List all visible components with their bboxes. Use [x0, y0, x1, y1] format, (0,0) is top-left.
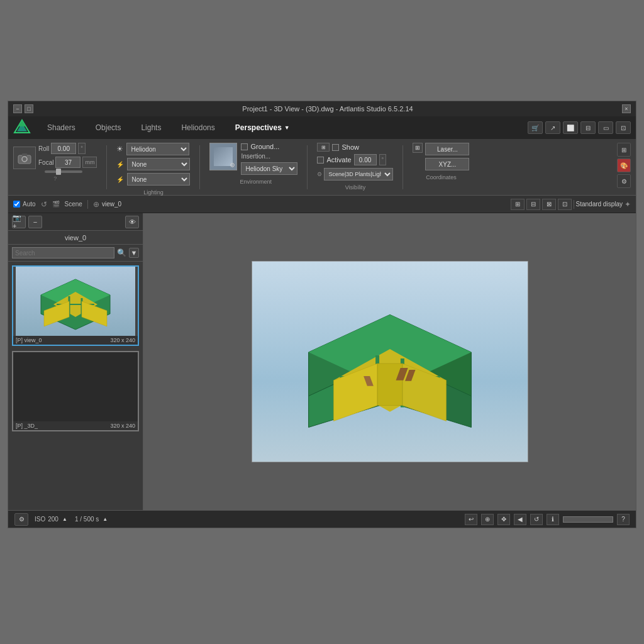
camera-group: Roll ° Focal mm ?	[13, 143, 97, 182]
thumb-3d[interactable]: [P] _3D_ 320 x 240	[12, 351, 139, 431]
thumbnail-list: [P] view_0 320 x 240 [P] _3D_ 320 x 240	[8, 262, 143, 435]
light1-dropdown[interactable]: None	[127, 158, 190, 170]
sep3	[307, 145, 308, 189]
xyz-btn[interactable]: XYZ...	[425, 158, 469, 170]
close-button[interactable]: ×	[622, 104, 631, 113]
grid-icon-btn[interactable]: ⊞	[617, 143, 631, 157]
activate-value[interactable]	[354, 154, 377, 165]
display-icon[interactable]: ✦	[625, 200, 631, 209]
ground-row: Ground...	[241, 143, 297, 150]
view-icon1[interactable]: ⊞	[511, 199, 525, 210]
view1-icon-btn[interactable]: ⬜	[563, 121, 578, 134]
status-bar: ⚙ ISO 200 ▲ 1 / 500 s ▲ ↩ ⊕ ✥ ◀ ↺ ℹ ?	[8, 510, 636, 528]
render-frame	[252, 261, 528, 462]
view-icon3[interactable]: ⊠	[542, 199, 556, 210]
render-svg	[252, 261, 528, 462]
exposure-up-btn[interactable]: ▲	[101, 516, 109, 523]
focal-input[interactable]	[55, 157, 80, 168]
roll-row: Roll °	[38, 143, 97, 154]
window-title: Project1 - 3D View - (3D).dwg - Artlanti…	[33, 105, 622, 113]
heliodon-dropdown[interactable]: Heliodon	[126, 143, 189, 155]
activate-checkbox[interactable]	[317, 157, 324, 164]
thumb-img-3d	[13, 352, 138, 421]
cart-icon-btn[interactable]: 🛒	[528, 121, 543, 134]
viewport[interactable]	[143, 213, 636, 510]
status-right: ↩ ⊕ ✥ ◀ ↺ ℹ ?	[465, 514, 630, 525]
help-btn[interactable]: ?	[617, 514, 630, 525]
tab-lights[interactable]: Lights	[132, 121, 170, 135]
view-select-row: ⊕ view_0	[93, 200, 121, 209]
ground-checkbox[interactable]	[241, 143, 248, 150]
link-icon-btn[interactable]: ↗	[545, 121, 560, 134]
sky-row: Heliodon Sky	[241, 162, 297, 175]
view-right-icons: ⊞ ⊟ ⊠ ⊡ Standard display ✦	[511, 199, 631, 210]
tab-heliodons[interactable]: Heliodons	[172, 121, 223, 135]
filter-btn[interactable]: ▼	[129, 248, 139, 258]
auto-checkbox-item: Auto	[13, 201, 36, 208]
eye-btn[interactable]: 👁	[125, 216, 139, 228]
view3-icon-btn[interactable]: ▭	[598, 121, 613, 134]
svg-rect-5	[22, 153, 27, 156]
thumb-view0[interactable]: [P] view_0 320 x 240	[12, 265, 139, 346]
toolbar: Roll ° Focal mm ?	[8, 139, 636, 196]
focal-slider[interactable]	[45, 170, 82, 173]
scene-icon2: 🎬	[52, 201, 60, 208]
add-view-btn[interactable]: 📷+	[12, 216, 26, 228]
main-content: 📷+ − 👁 view_0 🔍 ▼	[8, 213, 636, 510]
view-selector-bar: Auto ↺ 🎬 Scene ⊕ view_0 ⊞ ⊟ ⊠ ⊡ Standard…	[8, 196, 636, 213]
search-input[interactable]	[12, 247, 114, 258]
thumb-label-view0: [P] view_0 320 x 240	[13, 336, 138, 345]
camera-icon	[13, 147, 36, 169]
view2-icon-btn[interactable]: ⊟	[580, 121, 596, 134]
view-icon4[interactable]: ⊡	[558, 199, 572, 210]
search-icon: 🔍	[117, 248, 126, 257]
color-icon-btn[interactable]: 🎨	[617, 158, 631, 172]
view-icon2[interactable]: ⊟	[526, 199, 540, 210]
render-settings-btn[interactable]: ⚙	[14, 513, 28, 526]
remove-view-btn[interactable]: −	[28, 216, 42, 228]
pan-btn[interactable]: ✥	[497, 514, 510, 525]
light2-dropdown[interactable]: None	[127, 173, 190, 186]
right-toolbar-icons: ⊞ 🎨 ⚙	[617, 143, 631, 188]
view-sep1	[87, 200, 88, 209]
search-bar: 🔍 ▼	[8, 245, 143, 262]
laser-btn[interactable]: Laser...	[425, 143, 469, 155]
activate-row: Activate °	[317, 154, 393, 165]
scene-label: Scene	[65, 201, 82, 208]
thumb-img-view0	[13, 267, 138, 336]
scene-icon: ↺	[41, 200, 47, 209]
roll-input[interactable]	[51, 143, 76, 154]
minimize-button[interactable]: −	[13, 104, 22, 113]
iso-item: ISO 200 ▲	[35, 516, 69, 523]
show-checkbox[interactable]	[332, 144, 339, 151]
settings-icon-btn[interactable]: ⚙	[617, 174, 631, 188]
main-nav: Shaders Objects Lights Heliodons Perspec…	[8, 116, 636, 139]
coordinates-group: ⊞ Laser... XYZ... Coordinates	[413, 143, 469, 180]
thumb-label-3d: [P] _3D_ 320 x 240	[13, 421, 138, 430]
info-btn[interactable]: ℹ	[547, 514, 559, 525]
maximize-button[interactable]: □	[25, 104, 33, 113]
sep1	[106, 145, 107, 189]
refresh-btn[interactable]: ↺	[530, 514, 543, 525]
sep4	[402, 145, 403, 189]
sky-dropdown[interactable]: Heliodon Sky	[241, 162, 297, 175]
env-gear-icon: ⚙	[230, 162, 235, 169]
undo-btn[interactable]: ↩	[465, 514, 477, 525]
none1-row: ⚡ None	[116, 158, 190, 170]
svg-marker-27	[377, 364, 402, 406]
iso-up-btn[interactable]: ▲	[61, 516, 69, 523]
tab-objects[interactable]: Objects	[87, 121, 130, 135]
display-label: Standard display	[576, 201, 623, 208]
auto-checkbox[interactable]	[13, 201, 20, 208]
tab-perspectives[interactable]: Perspectives ▼	[226, 121, 299, 135]
view4-icon-btn[interactable]: ⊡	[616, 121, 631, 134]
environment-group: ⚙ Ground... Insertion... Heliodon Sky	[209, 143, 297, 185]
tab-shaders[interactable]: Shaders	[38, 121, 84, 135]
roll-focal-group: Roll ° Focal mm	[38, 143, 97, 173]
zoom-btn[interactable]: ⊕	[481, 514, 494, 525]
focal-slider-row	[38, 170, 97, 173]
app-window: − □ Project1 - 3D View - (3D).dwg - Artl…	[8, 101, 636, 528]
scene-dropdown[interactable]: Scene|3D Plants|Ligh...	[324, 168, 393, 180]
back-btn[interactable]: ◀	[514, 514, 526, 525]
progress-bar	[563, 516, 613, 523]
